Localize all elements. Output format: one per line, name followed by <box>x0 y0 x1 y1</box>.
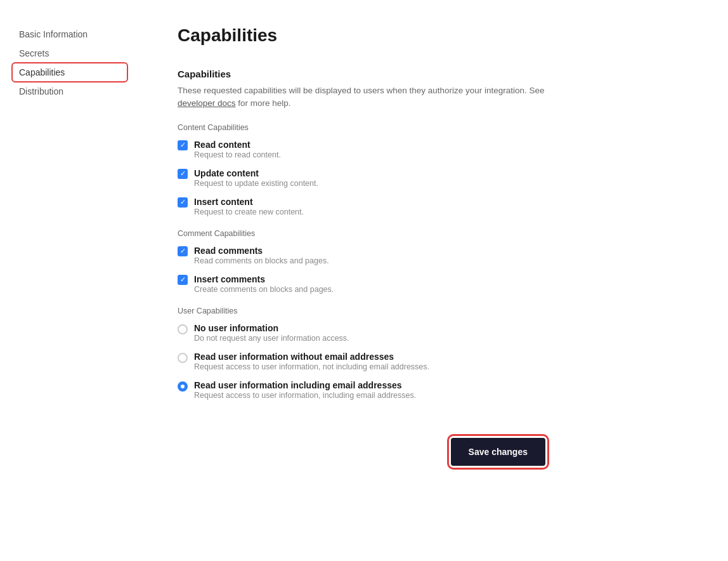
footer-area: Save changes <box>178 425 545 478</box>
save-changes-button[interactable]: Save changes <box>451 438 545 466</box>
sidebar: Basic Information Secrets Capabilities D… <box>0 0 140 561</box>
capability-desc-no-user-info: Do not request any user information acce… <box>194 334 349 343</box>
capability-desc-read-comments: Read comments on blocks and pages. <box>194 256 329 265</box>
radio-no-user-info[interactable] <box>178 324 188 334</box>
developer-docs-link[interactable]: developer docs <box>178 98 236 108</box>
capability-desc-read-user-no-email: Request access to user information, not … <box>194 362 429 371</box>
capability-label-update-content: Update content <box>194 168 318 178</box>
capability-label-read-comments: Read comments <box>194 246 329 256</box>
radio-read-user-no-email[interactable] <box>178 353 188 363</box>
sidebar-item-capabilities[interactable]: Capabilities <box>13 63 127 81</box>
capability-label-read-user-with-email: Read user information including email ad… <box>194 380 416 390</box>
capability-label-no-user-info: No user information <box>194 323 349 333</box>
capability-desc-insert-comments: Create comments on blocks and pages. <box>194 285 334 294</box>
checkbox-insert-comments[interactable]: ✓ <box>178 275 188 285</box>
section-description: These requested capabilities will be dis… <box>178 84 545 110</box>
capability-read-comments: ✓ Read comments Read comments on blocks … <box>178 246 545 265</box>
capability-desc-insert-content: Request to create new content. <box>194 208 304 216</box>
user-capabilities-group-title: User Capabilities <box>178 307 545 315</box>
capability-desc-update-content: Request to update existing content. <box>194 179 318 188</box>
capability-label-insert-comments: Insert comments <box>194 274 334 284</box>
capability-no-user-info: No user information Do not request any u… <box>178 323 545 343</box>
capability-read-user-with-email: Read user information including email ad… <box>178 380 545 400</box>
checkbox-read-comments[interactable]: ✓ <box>178 246 188 256</box>
sidebar-item-basic-information[interactable]: Basic Information <box>13 25 127 43</box>
radio-read-user-with-email[interactable] <box>178 381 188 392</box>
main-panel: Capabilities Capabilities These requeste… <box>140 0 583 561</box>
capabilities-section: Capabilities These requested capabilitie… <box>178 69 545 400</box>
capability-desc-read-user-with-email: Request access to user information, incl… <box>194 391 416 400</box>
sidebar-item-secrets[interactable]: Secrets <box>13 44 127 62</box>
capability-label-insert-content: Insert content <box>194 197 304 207</box>
capability-read-user-no-email: Read user information without email addr… <box>178 352 545 371</box>
content-capabilities-group-title: Content Capabilities <box>178 123 545 132</box>
checkbox-read-content[interactable]: ✓ <box>178 140 188 150</box>
checkbox-update-content[interactable]: ✓ <box>178 169 188 179</box>
section-title: Capabilities <box>178 69 545 79</box>
capability-insert-comments: ✓ Insert comments Create comments on blo… <box>178 274 545 294</box>
checkbox-insert-content[interactable]: ✓ <box>178 197 188 208</box>
capability-read-content: ✓ Read content Request to read content. <box>178 140 545 159</box>
capability-desc-read-content: Request to read content. <box>194 150 281 159</box>
capability-update-content: ✓ Update content Request to update exist… <box>178 168 545 188</box>
comment-capabilities-group-title: Comment Capabilities <box>178 229 545 238</box>
page-title: Capabilities <box>178 25 545 46</box>
sidebar-item-distribution[interactable]: Distribution <box>13 82 127 100</box>
capability-label-read-content: Read content <box>194 140 281 150</box>
capability-label-read-user-no-email: Read user information without email addr… <box>194 352 429 362</box>
capability-insert-content: ✓ Insert content Request to create new c… <box>178 197 545 216</box>
